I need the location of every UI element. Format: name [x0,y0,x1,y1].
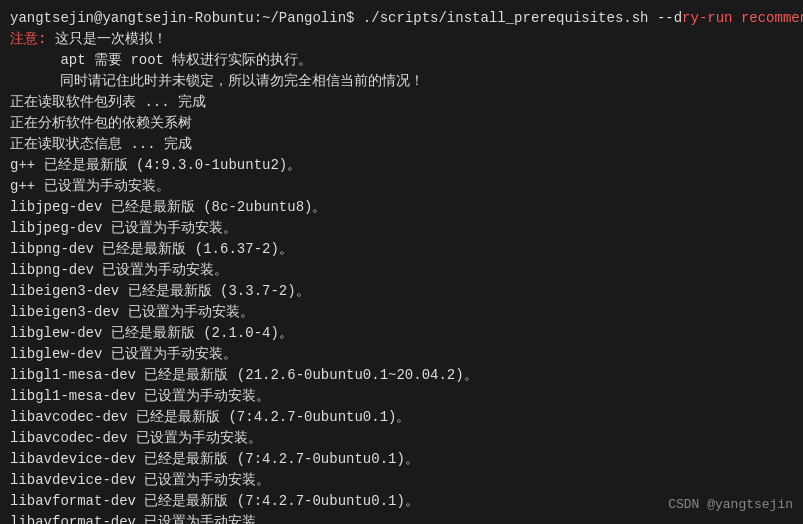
terminal-line: libavcodec-dev 已经是最新版 (7:4.2.7-0ubuntu0.… [10,407,793,428]
watermark: CSDN @yangtsejin [668,495,793,515]
terminal-line: libavcodec-dev 已设置为手动安装。 [10,428,793,449]
terminal-line: yangtsejin@yangtsejin-Robuntu:~/Pangolin… [10,8,793,29]
terminal-window: yangtsejin@yangtsejin-Robuntu:~/Pangolin… [0,0,803,524]
terminal-line: libpng-dev 已经是最新版 (1.6.37-2)。 [10,239,793,260]
terminal-line: 正在分析软件包的依赖关系树 [10,113,793,134]
terminal-line: g++ 已设置为手动安装。 [10,176,793,197]
terminal-line: libeigen3-dev 已经是最新版 (3.3.7-2)。 [10,281,793,302]
terminal-line: libjpeg-dev 已经是最新版 (8c-2ubuntu8)。 [10,197,793,218]
terminal-line: libgl1-mesa-dev 已经是最新版 (21.2.6-0ubuntu0.… [10,365,793,386]
terminal-line: libjpeg-dev 已设置为手动安装。 [10,218,793,239]
terminal-line: libglew-dev 已设置为手动安装。 [10,344,793,365]
terminal-line: 注意: 这只是一次模拟！ [10,29,793,50]
terminal-line: libpng-dev 已设置为手动安装。 [10,260,793,281]
terminal-line: g++ 已经是最新版 (4:9.3.0-1ubuntu2)。 [10,155,793,176]
terminal-output: yangtsejin@yangtsejin-Robuntu:~/Pangolin… [10,8,793,524]
terminal-line: libavdevice-dev 已经是最新版 (7:4.2.7-0ubuntu0… [10,449,793,470]
terminal-line: libglew-dev 已经是最新版 (2.1.0-4)。 [10,323,793,344]
terminal-line: libavdevice-dev 已设置为手动安装。 [10,470,793,491]
terminal-line: libeigen3-dev 已设置为手动安装。 [10,302,793,323]
terminal-line: apt 需要 root 特权进行实际的执行。 [10,50,793,71]
terminal-line: libgl1-mesa-dev 已设置为手动安装。 [10,386,793,407]
terminal-line: 正在读取状态信息 ... 完成 [10,134,793,155]
terminal-line: 同时请记住此时并未锁定，所以请勿完全相信当前的情况！ [10,71,793,92]
terminal-line: 正在读取软件包列表 ... 完成 [10,92,793,113]
